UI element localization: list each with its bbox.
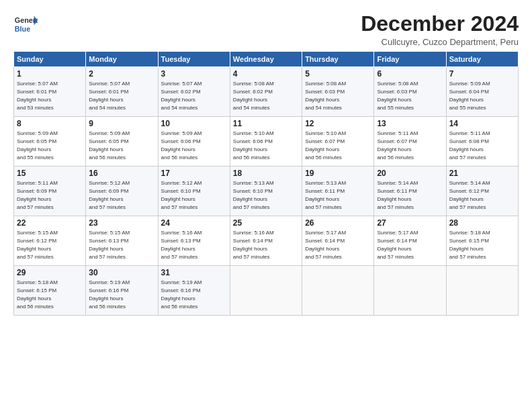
- calendar-cell: 17Sunrise: 5:12 AMSunset: 6:10 PMDayligh…: [158, 167, 230, 216]
- calendar-cell: 27Sunrise: 5:17 AMSunset: 6:14 PMDayligh…: [374, 216, 446, 266]
- calendar-cell: 14Sunrise: 5:11 AMSunset: 6:08 PMDayligh…: [446, 117, 518, 167]
- header: General Blue December 2024 Cullcuyre, Cu…: [13, 12, 519, 47]
- day-number: 27: [377, 218, 443, 228]
- day-info: Sunrise: 5:09 AMSunset: 6:04 PMDaylight …: [449, 81, 490, 110]
- weekday-header-monday: Monday: [86, 52, 158, 67]
- day-number: 31: [161, 268, 227, 277]
- calendar-table: SundayMondayTuesdayWednesdayThursdayFrid…: [13, 51, 519, 316]
- day-number: 16: [89, 169, 154, 178]
- day-number: 24: [161, 218, 227, 228]
- logo-icon: General Blue: [13, 12, 38, 36]
- calendar-cell: 16Sunrise: 5:12 AMSunset: 6:09 PMDayligh…: [86, 167, 158, 216]
- calendar-cell: 2Sunrise: 5:07 AMSunset: 6:01 PMDaylight…: [86, 67, 158, 117]
- day-info: Sunrise: 5:12 AMSunset: 6:10 PMDaylight …: [161, 180, 202, 210]
- day-number: 18: [233, 169, 299, 178]
- day-info: Sunrise: 5:18 AMSunset: 6:15 PMDaylight …: [449, 230, 490, 259]
- day-number: 20: [377, 169, 443, 178]
- day-number: 25: [233, 218, 299, 228]
- day-info: Sunrise: 5:11 AMSunset: 6:09 PMDaylight …: [17, 180, 58, 210]
- calendar-cell: 11Sunrise: 5:10 AMSunset: 6:06 PMDayligh…: [230, 117, 302, 167]
- day-info: Sunrise: 5:17 AMSunset: 6:14 PMDaylight …: [305, 230, 346, 259]
- day-number: 13: [377, 119, 443, 128]
- day-number: 15: [17, 169, 83, 178]
- day-info: Sunrise: 5:17 AMSunset: 6:14 PMDaylight …: [377, 230, 418, 259]
- calendar-cell: 5Sunrise: 5:08 AMSunset: 6:03 PMDaylight…: [302, 67, 374, 117]
- day-number: 21: [449, 169, 515, 178]
- day-info: Sunrise: 5:18 AMSunset: 6:15 PMDaylight …: [17, 279, 58, 309]
- day-info: Sunrise: 5:14 AMSunset: 6:11 PMDaylight …: [377, 180, 418, 210]
- day-info: Sunrise: 5:19 AMSunset: 6:16 PMDaylight …: [89, 279, 130, 309]
- day-info: Sunrise: 5:08 AMSunset: 6:03 PMDaylight …: [305, 81, 346, 110]
- calendar-cell: 26Sunrise: 5:17 AMSunset: 6:14 PMDayligh…: [302, 216, 374, 266]
- calendar-cell: 25Sunrise: 5:16 AMSunset: 6:14 PMDayligh…: [230, 216, 302, 266]
- day-info: Sunrise: 5:19 AMSunset: 6:16 PMDaylight …: [161, 279, 202, 309]
- calendar-cell: 21Sunrise: 5:14 AMSunset: 6:12 PMDayligh…: [446, 167, 518, 216]
- calendar-cell: 3Sunrise: 5:07 AMSunset: 6:02 PMDaylight…: [158, 67, 230, 117]
- day-info: Sunrise: 5:12 AMSunset: 6:09 PMDaylight …: [89, 180, 130, 210]
- calendar-cell: 31Sunrise: 5:19 AMSunset: 6:16 PMDayligh…: [158, 266, 230, 316]
- calendar-cell: 1Sunrise: 5:07 AMSunset: 6:01 PMDaylight…: [14, 67, 86, 117]
- logo: General Blue: [13, 12, 38, 36]
- weekday-header-saturday: Saturday: [446, 52, 518, 67]
- day-number: 1: [17, 69, 83, 79]
- day-number: 17: [161, 169, 227, 178]
- calendar-cell: [230, 266, 302, 316]
- day-info: Sunrise: 5:15 AMSunset: 6:13 PMDaylight …: [89, 230, 130, 259]
- calendar-cell: 23Sunrise: 5:15 AMSunset: 6:13 PMDayligh…: [86, 216, 158, 266]
- day-number: 22: [17, 218, 83, 228]
- day-info: Sunrise: 5:07 AMSunset: 6:02 PMDaylight …: [161, 81, 202, 110]
- day-number: 26: [305, 218, 371, 228]
- day-info: Sunrise: 5:09 AMSunset: 6:05 PMDaylight …: [17, 130, 58, 160]
- day-info: Sunrise: 5:08 AMSunset: 6:03 PMDaylight …: [377, 81, 418, 110]
- day-number: 5: [305, 69, 371, 79]
- calendar-cell: 22Sunrise: 5:15 AMSunset: 6:12 PMDayligh…: [14, 216, 86, 266]
- day-info: Sunrise: 5:13 AMSunset: 6:10 PMDaylight …: [233, 180, 274, 210]
- month-title: December 2024: [361, 12, 519, 36]
- svg-text:Blue: Blue: [15, 25, 30, 33]
- day-info: Sunrise: 5:15 AMSunset: 6:12 PMDaylight …: [17, 230, 58, 259]
- day-info: Sunrise: 5:13 AMSunset: 6:11 PMDaylight …: [305, 180, 346, 210]
- calendar-cell: [446, 266, 518, 316]
- day-number: 12: [305, 119, 371, 128]
- day-number: 11: [233, 119, 299, 128]
- day-info: Sunrise: 5:10 AMSunset: 6:06 PMDaylight …: [233, 130, 274, 160]
- day-number: 8: [17, 119, 83, 128]
- day-number: 6: [377, 69, 443, 79]
- main-container: General Blue December 2024 Cullcuyre, Cu…: [0, 0, 532, 322]
- day-number: 7: [449, 69, 515, 79]
- calendar-cell: 20Sunrise: 5:14 AMSunset: 6:11 PMDayligh…: [374, 167, 446, 216]
- weekday-header-thursday: Thursday: [302, 52, 374, 67]
- weekday-header-friday: Friday: [374, 52, 446, 67]
- calendar-cell: 7Sunrise: 5:09 AMSunset: 6:04 PMDaylight…: [446, 67, 518, 117]
- day-info: Sunrise: 5:08 AMSunset: 6:02 PMDaylight …: [233, 81, 274, 110]
- weekday-header-sunday: Sunday: [14, 52, 86, 67]
- day-info: Sunrise: 5:14 AMSunset: 6:12 PMDaylight …: [449, 180, 490, 210]
- day-info: Sunrise: 5:16 AMSunset: 6:13 PMDaylight …: [161, 230, 202, 259]
- weekday-header-wednesday: Wednesday: [230, 52, 302, 67]
- calendar-cell: 10Sunrise: 5:09 AMSunset: 6:06 PMDayligh…: [158, 117, 230, 167]
- title-block: December 2024 Cullcuyre, Cuzco Departmen…: [361, 12, 519, 47]
- calendar-cell: [302, 266, 374, 316]
- weekday-header-tuesday: Tuesday: [158, 52, 230, 67]
- day-info: Sunrise: 5:07 AMSunset: 6:01 PMDaylight …: [89, 81, 130, 110]
- calendar-cell: 15Sunrise: 5:11 AMSunset: 6:09 PMDayligh…: [14, 167, 86, 216]
- day-number: 28: [449, 218, 515, 228]
- day-info: Sunrise: 5:09 AMSunset: 6:06 PMDaylight …: [161, 130, 202, 160]
- calendar-cell: 18Sunrise: 5:13 AMSunset: 6:10 PMDayligh…: [230, 167, 302, 216]
- calendar-cell: 24Sunrise: 5:16 AMSunset: 6:13 PMDayligh…: [158, 216, 230, 266]
- calendar-cell: 30Sunrise: 5:19 AMSunset: 6:16 PMDayligh…: [86, 266, 158, 316]
- calendar-cell: 19Sunrise: 5:13 AMSunset: 6:11 PMDayligh…: [302, 167, 374, 216]
- calendar-cell: 28Sunrise: 5:18 AMSunset: 6:15 PMDayligh…: [446, 216, 518, 266]
- calendar-cell: 12Sunrise: 5:10 AMSunset: 6:07 PMDayligh…: [302, 117, 374, 167]
- day-number: 2: [89, 69, 154, 79]
- day-number: 14: [449, 119, 515, 128]
- day-number: 30: [89, 268, 154, 277]
- location: Cullcuyre, Cuzco Department, Peru: [361, 37, 519, 47]
- calendar-cell: 8Sunrise: 5:09 AMSunset: 6:05 PMDaylight…: [14, 117, 86, 167]
- day-info: Sunrise: 5:09 AMSunset: 6:05 PMDaylight …: [89, 130, 130, 160]
- day-number: 29: [17, 268, 83, 277]
- calendar-cell: 13Sunrise: 5:11 AMSunset: 6:07 PMDayligh…: [374, 117, 446, 167]
- day-number: 9: [89, 119, 154, 128]
- calendar-cell: 4Sunrise: 5:08 AMSunset: 6:02 PMDaylight…: [230, 67, 302, 117]
- day-info: Sunrise: 5:07 AMSunset: 6:01 PMDaylight …: [17, 81, 58, 110]
